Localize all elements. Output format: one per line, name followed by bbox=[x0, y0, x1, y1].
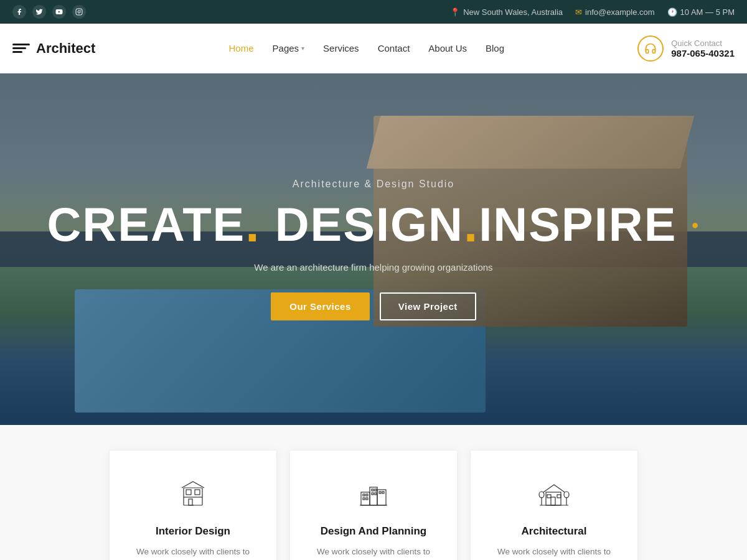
hours-info: 🕐 10 AM — 5 PM bbox=[667, 7, 735, 17]
top-bar: 📍 New South Wales, Australia ✉ info@exam… bbox=[0, 0, 747, 24]
svg-rect-8 bbox=[195, 490, 200, 495]
nav-services[interactable]: Services bbox=[323, 26, 359, 71]
instagram-icon[interactable] bbox=[72, 5, 86, 19]
svg-rect-15 bbox=[363, 498, 365, 500]
svg-rect-26 bbox=[547, 495, 551, 498]
service-desc-interior: We work closely with clients to gain an … bbox=[128, 545, 258, 560]
nav-home[interactable]: Home bbox=[229, 26, 254, 71]
nav-contact[interactable]: Contact bbox=[378, 26, 410, 71]
svg-point-29 bbox=[539, 492, 544, 498]
svg-rect-17 bbox=[372, 489, 374, 491]
svg-point-2 bbox=[78, 11, 80, 13]
svg-rect-14 bbox=[366, 494, 368, 496]
nav-blog[interactable]: Blog bbox=[486, 26, 504, 71]
header: Architect Home Pages ▾ Services Contact … bbox=[0, 24, 747, 73]
dot2: . bbox=[464, 200, 479, 250]
svg-rect-25 bbox=[551, 497, 555, 505]
logo-text: Architect bbox=[36, 40, 95, 57]
email-info: ✉ info@example.com bbox=[575, 7, 654, 17]
svg-rect-16 bbox=[366, 498, 368, 500]
svg-rect-6 bbox=[189, 499, 192, 505]
hero-title: CREATE. DESIGN. INSPIRE ● bbox=[47, 200, 700, 250]
facebook-icon[interactable] bbox=[12, 5, 26, 19]
hero-subtitle: Architecture & Design Studio bbox=[293, 179, 455, 190]
view-project-button[interactable]: View Project bbox=[380, 292, 476, 320]
hero-word3: INSPIRE bbox=[479, 201, 677, 248]
svg-rect-18 bbox=[375, 489, 377, 491]
dot3: ● bbox=[691, 218, 700, 231]
svg-rect-10 bbox=[361, 492, 370, 505]
service-title-interior: Interior Design bbox=[128, 525, 258, 538]
topbar-info: 📍 New South Wales, Australia ✉ info@exam… bbox=[450, 7, 735, 17]
hero-description: We are an architecture firm helping grow… bbox=[254, 262, 492, 273]
quick-contact-phone: 987-065-40321 bbox=[671, 48, 735, 58]
mail-icon: ✉ bbox=[575, 7, 582, 17]
hero-word2: DESIGN bbox=[275, 201, 464, 248]
service-desc-architectural: We work closely with clients to gain an … bbox=[489, 545, 619, 560]
nav-pages[interactable]: Pages ▾ bbox=[273, 26, 305, 71]
svg-point-3 bbox=[81, 10, 82, 11]
nav-about[interactable]: About Us bbox=[428, 26, 467, 71]
clock-icon: 🕐 bbox=[667, 7, 677, 17]
service-title-planning: Design And Planning bbox=[309, 525, 438, 538]
hero-section: Architecture & Design Studio CREATE. DES… bbox=[0, 73, 747, 425]
svg-rect-13 bbox=[363, 494, 365, 496]
logo[interactable]: Architect bbox=[12, 40, 95, 57]
service-card-interior: Interior Design We work closely with cli… bbox=[109, 450, 277, 560]
dot1: . bbox=[245, 200, 260, 250]
svg-rect-19 bbox=[372, 493, 374, 495]
quick-contact: Quick Contact 987-065-40321 bbox=[637, 35, 735, 62]
services-section: Interior Design We work closely with cli… bbox=[0, 425, 747, 560]
service-card-planning: Design And Planning We work closely with… bbox=[289, 450, 458, 560]
location-info: 📍 New South Wales, Australia bbox=[450, 7, 563, 17]
main-nav: Home Pages ▾ Services Contact About Us B… bbox=[229, 26, 505, 71]
service-card-architectural: Architectural We work closely with clien… bbox=[470, 450, 638, 560]
svg-rect-12 bbox=[377, 490, 386, 505]
hero-word1: CREATE bbox=[47, 201, 245, 248]
our-services-button[interactable]: Our Services bbox=[271, 292, 370, 320]
pin-icon: 📍 bbox=[450, 7, 460, 17]
social-icons-container bbox=[12, 5, 86, 19]
quick-contact-label: Quick Contact bbox=[671, 39, 735, 48]
hero-content: Architecture & Design Studio CREATE. DES… bbox=[0, 73, 747, 425]
twitter-icon[interactable] bbox=[32, 5, 46, 19]
design-planning-icon bbox=[355, 475, 392, 513]
svg-rect-20 bbox=[375, 493, 377, 495]
youtube-icon[interactable] bbox=[52, 5, 66, 19]
interior-design-icon bbox=[174, 475, 212, 513]
hero-buttons: Our Services View Project bbox=[271, 292, 476, 320]
quick-contact-details: Quick Contact 987-065-40321 bbox=[671, 39, 735, 58]
svg-rect-7 bbox=[186, 490, 191, 495]
headset-icon bbox=[637, 35, 664, 62]
architectural-icon bbox=[535, 475, 573, 513]
logo-icon bbox=[12, 44, 30, 53]
svg-rect-27 bbox=[557, 495, 561, 498]
svg-rect-21 bbox=[379, 492, 381, 493]
svg-rect-1 bbox=[76, 9, 82, 15]
pages-arrow-icon: ▾ bbox=[301, 45, 304, 52]
social-icons-group bbox=[12, 5, 86, 19]
svg-point-31 bbox=[564, 492, 569, 498]
service-desc-planning: We work closely with clients to gain an … bbox=[309, 545, 438, 560]
svg-rect-22 bbox=[382, 492, 384, 493]
svg-rect-24 bbox=[546, 492, 561, 505]
service-title-architectural: Architectural bbox=[489, 525, 619, 538]
